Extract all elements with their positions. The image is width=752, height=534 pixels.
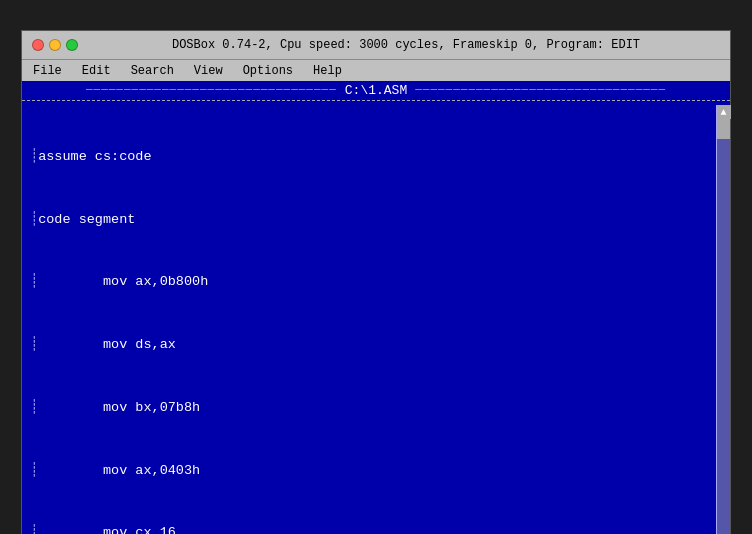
menu-file[interactable]: File xyxy=(28,63,67,79)
menu-bar: File Edit Search View Options Help xyxy=(22,59,730,81)
editor-text[interactable]: ┊assume cs:code ┊code segment ┊ mov ax,0… xyxy=(22,105,716,534)
scroll-up-arrow[interactable]: ▲ xyxy=(717,105,731,119)
dosbox-window: DOSBox 0.74-2, Cpu speed: 3000 cycles, F… xyxy=(21,30,731,534)
dashes-right: ───────────────────────────────── xyxy=(415,84,666,97)
title-bar: DOSBox 0.74-2, Cpu speed: 3000 cycles, F… xyxy=(22,31,730,59)
line-7: ┊ mov cx,16 xyxy=(30,523,708,534)
dashes-left: ───────────────────────────────── xyxy=(86,84,337,97)
line-1: ┊assume cs:code xyxy=(30,147,708,168)
minimize-button[interactable] xyxy=(49,39,61,51)
line-5: ┊ mov bx,07b8h xyxy=(30,398,708,419)
traffic-lights xyxy=(32,39,78,51)
menu-search[interactable]: Search xyxy=(126,63,179,79)
line-2: ┊code segment xyxy=(30,210,708,231)
menu-edit[interactable]: Edit xyxy=(77,63,116,79)
filename: C:\1.ASM xyxy=(345,83,407,98)
editor-area[interactable]: ┊assume cs:code ┊code segment ┊ mov ax,0… xyxy=(22,101,730,534)
vertical-scrollbar[interactable]: ▲ ▼ xyxy=(716,105,730,534)
editor-title-bar: ───────────────────────────────── C:\1.A… xyxy=(22,81,730,101)
window-title: DOSBox 0.74-2, Cpu speed: 3000 cycles, F… xyxy=(92,38,720,52)
menu-options[interactable]: Options xyxy=(238,63,298,79)
line-6: ┊ mov ax,0403h xyxy=(30,461,708,482)
line-4: ┊ mov ds,ax xyxy=(30,335,708,356)
menu-help[interactable]: Help xyxy=(308,63,347,79)
menu-view[interactable]: View xyxy=(189,63,228,79)
maximize-button[interactable] xyxy=(66,39,78,51)
line-3: ┊ mov ax,0b800h xyxy=(30,272,708,293)
editor-container: ───────────────────────────────── C:\1.A… xyxy=(22,81,730,534)
scroll-thumb[interactable] xyxy=(717,119,730,139)
scroll-track[interactable] xyxy=(717,119,730,534)
close-button[interactable] xyxy=(32,39,44,51)
